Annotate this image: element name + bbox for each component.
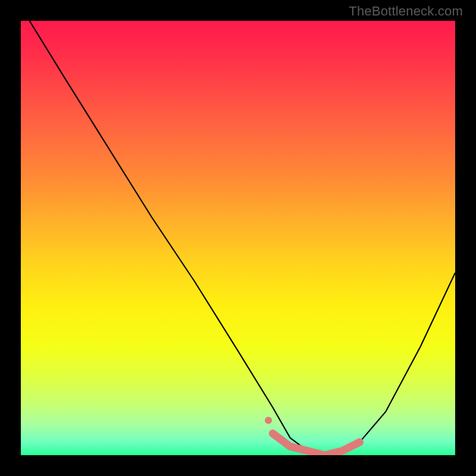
bottleneck-curve — [21, 21, 455, 455]
watermark-label: TheBottleneck.com — [349, 4, 463, 19]
plot-area — [21, 21, 455, 455]
highlight-band — [273, 434, 359, 456]
highlight-start-dot — [265, 417, 272, 424]
chart-frame: TheBottleneck.com — [0, 0, 476, 476]
curve-line — [30, 21, 455, 455]
